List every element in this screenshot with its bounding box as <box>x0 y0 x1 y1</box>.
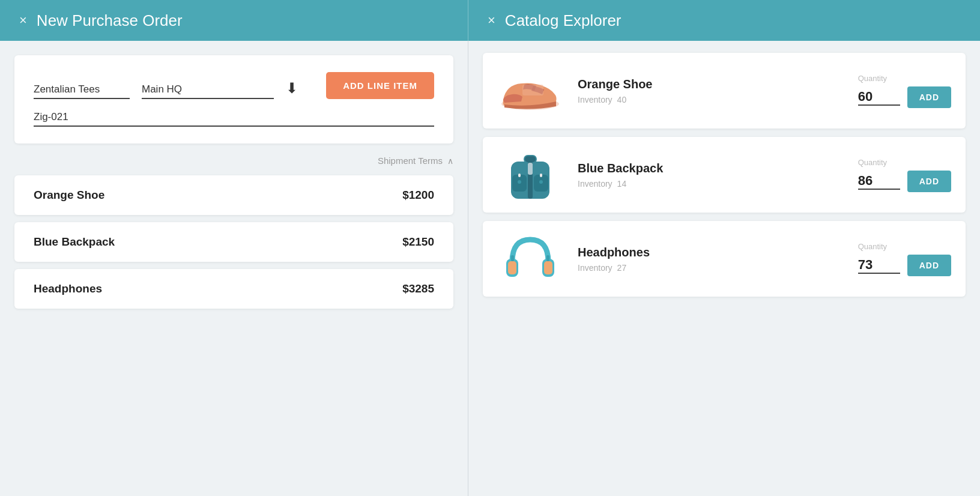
catalog-item-headphones: Headphones Inventory 27 Quantity ADD <box>483 221 966 297</box>
inventory-count: 27 <box>617 263 627 273</box>
line-item: Headphones $3285 <box>14 269 453 309</box>
svg-rect-7 <box>518 174 521 177</box>
close-right-button[interactable]: × <box>488 13 495 28</box>
ref-field <box>34 111 434 127</box>
shipment-terms-label: Shipment Terms <box>378 156 443 166</box>
quantity-row: ADD <box>858 255 951 276</box>
download-icon[interactable]: ⬇ <box>286 80 298 97</box>
quantity-label: Quantity <box>858 158 887 167</box>
left-panel: ⬇ ADD LINE ITEM Shipment Terms ∧ Orange … <box>0 41 468 496</box>
orange-shoe-add-button[interactable]: ADD <box>907 86 951 108</box>
quantity-row: ADD <box>858 86 951 108</box>
svg-rect-1 <box>522 85 543 95</box>
line-item-price: $1200 <box>402 189 434 202</box>
headphones-info: Headphones Inventory 27 <box>578 246 844 273</box>
svg-rect-14 <box>508 261 516 274</box>
inventory-row: Inventory 14 <box>578 179 844 189</box>
catalog-item-name: Headphones <box>578 246 844 259</box>
right-panel: Orange Shoe Inventory 40 Quantity ADD <box>468 41 980 496</box>
catalog-item-name: Blue Backpack <box>578 162 844 175</box>
orange-shoe-info: Orange Shoe Inventory 40 <box>578 77 844 104</box>
inventory-count: 14 <box>617 179 627 189</box>
svg-rect-17 <box>546 255 549 261</box>
ref-input[interactable] <box>34 111 274 123</box>
line-item-name: Orange Shoe <box>34 189 104 202</box>
headphones-image <box>497 232 563 286</box>
inventory-row: Inventory 27 <box>578 263 844 273</box>
line-items-list: Orange Shoe $1200 Blue Backpack $2150 He… <box>14 175 453 309</box>
catalog-item-blue-backpack: Blue Backpack Inventory 14 Quantity ADD <box>483 137 966 213</box>
svg-rect-15 <box>544 261 552 274</box>
right-header: × Catalog Explorer <box>468 0 980 41</box>
line-item: Orange Shoe $1200 <box>14 175 453 215</box>
line-item-price: $3285 <box>402 282 434 295</box>
add-line-item-button[interactable]: ADD LINE ITEM <box>326 72 434 99</box>
quantity-label: Quantity <box>858 74 887 83</box>
blue-backpack-quantity-input[interactable] <box>858 173 900 190</box>
orange-shoe-add-section: Quantity ADD <box>858 74 951 108</box>
line-item-name: Headphones <box>34 282 102 295</box>
blue-backpack-info: Blue Backpack Inventory 14 <box>578 162 844 189</box>
location-input[interactable] <box>142 83 274 95</box>
chevron-up-icon[interactable]: ∧ <box>447 156 453 166</box>
location-field <box>142 83 274 99</box>
vendor-input[interactable] <box>34 83 130 95</box>
left-header: × New Purchase Order <box>0 0 468 41</box>
headphones-add-section: Quantity ADD <box>858 242 951 276</box>
svg-point-10 <box>518 180 521 184</box>
vendor-field <box>34 83 130 99</box>
form-top-row: ⬇ ADD LINE ITEM <box>34 72 434 99</box>
line-item-name: Blue Backpack <box>34 235 115 249</box>
svg-rect-9 <box>528 163 533 175</box>
headphones-quantity-input[interactable] <box>858 257 900 274</box>
shipment-terms-row: Shipment Terms ∧ <box>14 153 453 166</box>
line-item: Blue Backpack $2150 <box>14 222 453 262</box>
blue-backpack-add-button[interactable]: ADD <box>907 171 951 192</box>
main-content: ⬇ ADD LINE ITEM Shipment Terms ∧ Orange … <box>0 41 980 496</box>
header-bar: × New Purchase Order × Catalog Explorer <box>0 0 980 41</box>
quantity-label: Quantity <box>858 242 887 251</box>
svg-point-11 <box>539 180 543 184</box>
form-card: ⬇ ADD LINE ITEM <box>14 55 453 144</box>
right-panel-title: Catalog Explorer <box>505 11 622 30</box>
blue-backpack-image <box>497 148 563 202</box>
catalog-item-name: Orange Shoe <box>578 77 844 91</box>
headphones-add-button[interactable]: ADD <box>907 255 951 276</box>
close-left-button[interactable]: × <box>19 13 27 28</box>
catalog-item-orange-shoe: Orange Shoe Inventory 40 Quantity ADD <box>483 53 966 129</box>
svg-rect-16 <box>511 255 514 261</box>
inventory-row: Inventory 40 <box>578 95 844 104</box>
inventory-count: 40 <box>617 95 627 104</box>
left-panel-title: New Purchase Order <box>37 11 183 30</box>
quantity-row: ADD <box>858 171 951 192</box>
orange-shoe-image <box>497 64 563 118</box>
svg-rect-8 <box>540 174 542 177</box>
inventory-label: Inventory <box>578 95 612 104</box>
inventory-label: Inventory <box>578 179 612 189</box>
orange-shoe-quantity-input[interactable] <box>858 89 900 106</box>
inventory-label: Inventory <box>578 263 612 273</box>
blue-backpack-add-section: Quantity ADD <box>858 158 951 192</box>
line-item-price: $2150 <box>402 235 434 249</box>
